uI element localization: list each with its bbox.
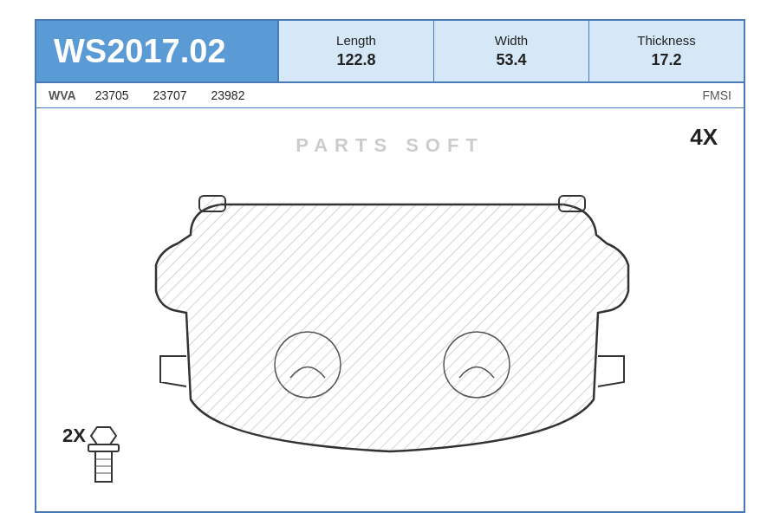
svg-rect-6	[88, 444, 119, 451]
spec-col: Width53.4	[434, 21, 589, 81]
meta-row: WVA 23705 23707 23982 FMSI	[36, 83, 744, 108]
part-number: WS2017.02	[36, 21, 279, 81]
drawing-area: PARTS SOFT 4X 2X	[36, 108, 744, 499]
svg-marker-5	[91, 427, 116, 444]
svg-rect-1	[199, 196, 225, 211]
qty-pad-label: 4X	[690, 124, 718, 151]
watermark: PARTS SOFT	[296, 134, 484, 157]
product-card: WS2017.02 Length122.8Width53.4Thickness1…	[35, 19, 745, 513]
spec-label: Width	[495, 33, 528, 48]
brake-pad-drawing	[95, 157, 685, 477]
bolt-drawing	[80, 423, 149, 492]
spec-label: Length	[336, 33, 376, 48]
spec-value: 17.2	[651, 51, 681, 69]
wva-label: WVA	[49, 88, 76, 102]
spec-col: Length122.8	[279, 21, 434, 81]
spec-value: 122.8	[336, 51, 375, 69]
spec-col: Thickness17.2	[589, 21, 744, 81]
svg-rect-2	[559, 196, 585, 211]
specs-container: Length122.8Width53.4Thickness17.2	[279, 21, 744, 81]
fmsi-label: FMSI	[703, 88, 731, 102]
wva-value-2: 23707	[153, 88, 187, 102]
wva-value-3: 23982	[211, 88, 245, 102]
spec-label: Thickness	[637, 33, 696, 48]
spec-value: 53.4	[496, 51, 526, 69]
header: WS2017.02 Length122.8Width53.4Thickness1…	[36, 21, 744, 83]
wva-value-1: 23705	[95, 88, 129, 102]
